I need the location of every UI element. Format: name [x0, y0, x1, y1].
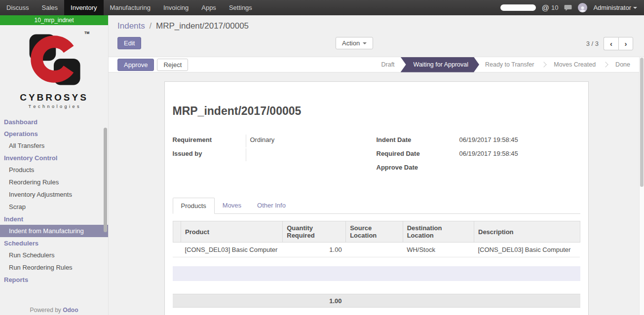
cybrosys-logo-icon [25, 30, 83, 88]
odoo-brand-link[interactable]: Odoo [63, 307, 78, 314]
systray: @ 10 Administrator [500, 0, 644, 15]
chat-bubble-icon[interactable] [564, 4, 572, 11]
progress-indicator [500, 4, 536, 11]
state-waiting-for-approval[interactable]: Waiting for Approval [401, 57, 479, 72]
pager-previous-button[interactable]: ‹ [604, 37, 618, 50]
record-title: MRP_indent/2017/00005 [173, 105, 580, 118]
state-separator-icon [541, 62, 547, 67]
main-scrollbar[interactable] [639, 57, 644, 315]
table-row[interactable]: [CONS_DEL03] Basic Computer 1.00 WH/Stoc… [173, 243, 580, 257]
action-label: Action [342, 39, 360, 47]
tab-products[interactable]: Products [173, 198, 215, 214]
breadcrumb: Indents / MRP_indent/2017/00005 [109, 15, 644, 31]
menu-settings[interactable]: Settings [223, 0, 259, 15]
sidebar-section-indent[interactable]: Indent [0, 213, 108, 225]
cell-description: [CONS_DEL03] Basic Computer [474, 243, 580, 257]
sidebar-section-reports[interactable]: Reports [0, 274, 108, 285]
main-content: Indents / MRP_indent/2017/00005 Edit Act… [109, 15, 644, 315]
chevron-left-icon: ‹ [610, 39, 612, 48]
label-approve-date: Approve Date [377, 162, 455, 171]
inbox-counter[interactable]: @ 10 [542, 3, 559, 12]
inbox-count: 10 [551, 4, 558, 11]
sidebar-item-run-reordering-rules[interactable]: Run Reordering Rules [0, 261, 108, 274]
sidebar: 10_mrp_indnet TM CYBROSYS T e c h n o l … [0, 15, 109, 315]
user-menu[interactable]: Administrator [593, 4, 637, 11]
column-source-location[interactable]: Source Location [346, 221, 403, 243]
pager-next-button[interactable]: › [618, 37, 633, 50]
sidebar-item-products[interactable]: Products [0, 164, 108, 176]
state-done[interactable]: Done [608, 57, 637, 72]
menu-sales[interactable]: Sales [36, 0, 65, 15]
menu-discuss[interactable]: Discuss [0, 0, 36, 15]
user-name: Administrator [593, 4, 631, 11]
products-table: Product Quantity Required Source Locatio… [173, 221, 580, 257]
action-dropdown[interactable]: Action [336, 37, 373, 49]
label-indent-date: Indent Date [377, 135, 455, 143]
menu-invoicing[interactable]: Invoicing [157, 0, 195, 15]
company-logo: TM CYBROSYS T e c h n o l o g i e s [0, 25, 108, 116]
powered-by: Powered by Odoo [0, 307, 108, 314]
state-separator-icon [603, 62, 608, 67]
sidebar-section-dashboard[interactable]: Dashboard [0, 116, 108, 128]
state-moves-created[interactable]: Moves Created [547, 57, 603, 72]
top-navbar: Discuss Sales Inventory Manufacturing In… [0, 0, 644, 15]
sidebar-item-reordering-rules[interactable]: Reordering Rules [0, 176, 108, 188]
field-approve-date[interactable] [455, 162, 580, 175]
powered-by-text: Powered by [30, 307, 61, 314]
field-indent-date[interactable]: 06/19/2017 19:58:45 [455, 135, 580, 147]
cell-destination-location: WH/Stock [403, 243, 474, 257]
pager: 3 / 3 ‹ › [586, 37, 633, 50]
label-requirement: Requirement [173, 135, 246, 143]
approve-button[interactable]: Approve [117, 59, 154, 71]
sidebar-item-indent-from-manufacturing[interactable]: Indent from Manufacturing [0, 225, 108, 237]
menu-inventory[interactable]: Inventory [64, 0, 103, 15]
column-quantity-required[interactable]: Quantity Required [283, 221, 346, 243]
field-required-date[interactable]: 06/19/2017 19:58:45 [455, 148, 580, 161]
table-header-row: Product Quantity Required Source Locatio… [173, 221, 580, 243]
app-menu: Discuss Sales Inventory Manufacturing In… [0, 0, 259, 15]
state-draft[interactable]: Draft [374, 57, 401, 72]
sidebar-item-scrap[interactable]: Scrap [0, 201, 108, 213]
sidebar-section-operations[interactable]: Operations [0, 128, 108, 140]
trademark-label: TM [84, 31, 89, 35]
control-panel: Edit Action 3 / 3 ‹ › [109, 37, 644, 51]
sidebar-section-inventory-control[interactable]: Inventory Control [0, 152, 108, 164]
row-handle-cell [173, 243, 181, 257]
sidebar-item-run-schedulers[interactable]: Run Schedulers [0, 249, 108, 261]
state-ready-to-transfer[interactable]: Ready to Transfer [478, 57, 541, 72]
table-total-row: 1.00 [173, 294, 580, 308]
field-issued-by[interactable] [246, 148, 377, 161]
breadcrumb-current: MRP_indent/2017/00005 [156, 21, 249, 31]
logo-wordmark: CYBROSYS [0, 92, 108, 103]
at-icon: @ [542, 3, 549, 12]
sidebar-item-all-transfers[interactable]: All Transfers [0, 140, 108, 152]
notebook-tabs: Products Moves Other Info [173, 198, 580, 214]
label-issued-by: Issued by [173, 148, 246, 157]
caret-down-icon [363, 42, 367, 44]
statusbar: Approve Reject Draft Waiting for Approva… [109, 57, 644, 72]
label-required-date: Required Date [377, 148, 455, 157]
breadcrumb-separator: / [150, 21, 152, 31]
status-pipeline: Draft Waiting for Approval Ready to Tran… [374, 57, 637, 72]
menu-manufacturing[interactable]: Manufacturing [104, 0, 157, 15]
user-avatar[interactable] [578, 3, 587, 12]
scrollbar-thumb[interactable] [640, 58, 644, 187]
tab-moves[interactable]: Moves [215, 198, 249, 214]
tab-other-info[interactable]: Other Info [249, 198, 294, 214]
column-destination-location[interactable]: Destination Location [403, 221, 474, 243]
cell-source-location [346, 243, 403, 257]
sidebar-item-inventory-adjustments[interactable]: Inventory Adjustments [0, 188, 108, 201]
sidebar-section-schedulers[interactable]: Schedulers [0, 237, 108, 249]
edit-button[interactable]: Edit [117, 37, 141, 49]
breadcrumb-parent[interactable]: Indents [117, 21, 145, 31]
logo-subtitle: T e c h n o l o g i e s [0, 104, 108, 109]
cell-quantity: 1.00 [283, 243, 346, 257]
row-handle-header [173, 221, 181, 243]
menu-apps[interactable]: Apps [195, 0, 223, 15]
sidebar-scrollbar[interactable] [104, 128, 107, 232]
column-product[interactable]: Product [181, 221, 283, 243]
column-description[interactable]: Description [474, 221, 580, 243]
form-sheet: MRP_indent/2017/00005 Requirement Ordina… [164, 81, 589, 315]
reject-button[interactable]: Reject [157, 59, 188, 71]
field-requirement[interactable]: Ordinary [246, 135, 377, 147]
